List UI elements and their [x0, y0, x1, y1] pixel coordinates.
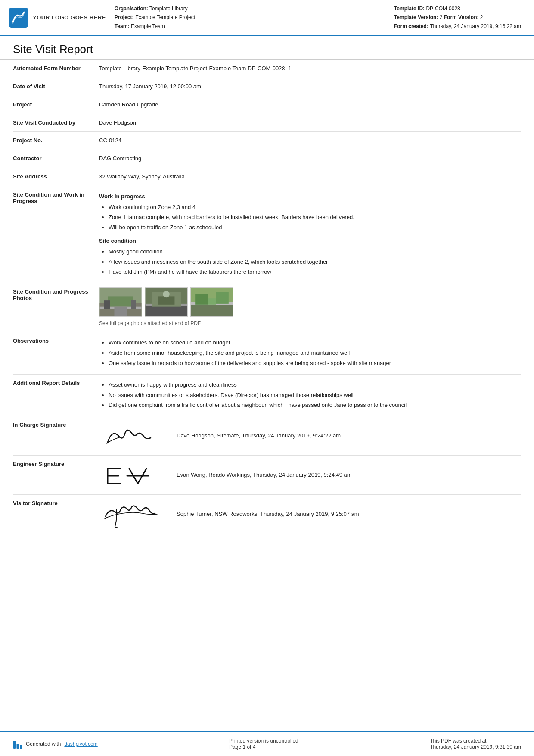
- footer-uncontrolled: Printed version is uncontrolled: [229, 738, 298, 744]
- svg-point-13: [163, 291, 170, 298]
- svg-rect-17: [195, 294, 208, 305]
- header-team: Team: Example Team: [115, 22, 385, 31]
- header-project: Project: Example Template Project: [115, 13, 385, 22]
- svg-rect-18: [216, 292, 229, 304]
- sig-text-incharge: Dave Hodgson, Sitemate, Thursday, 24 Jan…: [177, 431, 341, 440]
- value-observations: Work continues to be on schedule and on …: [99, 337, 521, 369]
- list-item: Zone 1 tarmac complete, with road barrie…: [109, 213, 521, 222]
- list-item: Asset owner is happy with progress and c…: [109, 381, 521, 390]
- row-photos: Site Condition and Progress Photos: [13, 283, 521, 332]
- svg-rect-21: [17, 744, 19, 749]
- value-photos: See full page photos attached at end of …: [99, 287, 521, 328]
- row-additional: Additional Report Details Asset owner is…: [13, 375, 521, 416]
- label-additional: Additional Report Details: [13, 379, 99, 386]
- additional-list: Asset owner is happy with progress and c…: [99, 381, 521, 410]
- svg-rect-15: [191, 304, 233, 316]
- row-observations: Observations Work continues to be on sch…: [13, 332, 521, 374]
- header: YOUR LOGO GOES HERE Organisation: Templa…: [0, 0, 534, 36]
- photo-thumb-3: [190, 287, 233, 317]
- value-additional: Asset owner is happy with progress and c…: [99, 379, 521, 412]
- row-project-no: Project No. CC-0124: [13, 132, 521, 150]
- signature-image-incharge: [99, 421, 168, 451]
- value-site-condition: Work in progress Work continuing on Zone…: [99, 191, 521, 278]
- row-site-address: Site Address 32 Wallaby Way, Sydney, Aus…: [13, 168, 521, 186]
- row-project: Project Camden Road Upgrade: [13, 96, 521, 114]
- footer-link[interactable]: dashpivot.com: [64, 741, 97, 747]
- svg-rect-0: [9, 8, 28, 28]
- title-bar: Site Visit Report: [0, 36, 534, 60]
- photo-thumb-2: [145, 287, 188, 317]
- label-sig-engineer: Engineer Signature: [13, 460, 99, 467]
- header-meta: Organisation: Template Library Project: …: [115, 4, 385, 31]
- footer-left: Generated with dashpivot.com: [13, 739, 98, 749]
- condition-items-list: Mostly good condition A few issues and m…: [99, 247, 521, 277]
- value-project: Camden Road Upgrade: [99, 100, 521, 109]
- svg-rect-3: [108, 297, 133, 307]
- page: YOUR LOGO GOES HERE Organisation: Templa…: [0, 0, 534, 756]
- row-sig-visitor: Visitor Signature Sophie Turner, NSW Roa…: [13, 495, 521, 534]
- photo-thumb-1: [99, 287, 142, 317]
- list-item: Will be open to traffic on Zone 1 as sch…: [109, 223, 521, 232]
- list-item: A few issues and messiness on the south …: [109, 258, 521, 267]
- observations-list: Work continues to be on schedule and on …: [99, 338, 521, 368]
- row-contractor: Contractor DAG Contracting: [13, 150, 521, 168]
- signature-image-engineer: [99, 460, 168, 490]
- label-photos: Site Condition and Progress Photos: [13, 287, 99, 301]
- header-right: Template ID: DP-COM-0028 Template Versio…: [394, 4, 521, 31]
- logo-icon: [9, 8, 28, 28]
- header-versions: Template Version: 2 Form Version: 2: [394, 13, 521, 22]
- footer-page: Page 1 of 4: [229, 744, 298, 750]
- svg-rect-22: [20, 745, 22, 749]
- value-contractor: DAG Contracting: [99, 154, 521, 163]
- svg-rect-19: [208, 298, 216, 305]
- row-conducted-by: Site Visit Conducted by Dave Hodgson: [13, 114, 521, 132]
- sig-text-visitor: Sophie Turner, NSW Roadworks, Thursday, …: [177, 510, 359, 519]
- signature-area-engineer: Evan Wong, Roado Workings, Thursday, 24 …: [99, 460, 521, 490]
- label-project-no: Project No.: [13, 136, 99, 144]
- svg-rect-7: [131, 300, 136, 309]
- list-item: Have told Jim (PM) and he will have the …: [109, 268, 521, 277]
- value-sig-engineer: Evan Wong, Roado Workings, Thursday, 24 …: [99, 460, 521, 490]
- list-item: Work continues to be on schedule and on …: [109, 338, 521, 347]
- label-conducted-by: Site Visit Conducted by: [13, 119, 99, 126]
- generated-text: Generated with: [26, 741, 61, 747]
- value-project-no: CC-0124: [99, 136, 521, 145]
- row-sig-engineer: Engineer Signature Evan Wong, Roado Work…: [13, 456, 521, 495]
- value-site-address: 32 Wallaby Way, Sydney, Australia: [99, 172, 521, 181]
- label-date-of-visit: Date of Visit: [13, 82, 99, 90]
- work-items-list: Work continuing on Zone 2,3 and 4 Zone 1…: [99, 203, 521, 232]
- dashpivot-logo-icon: [13, 739, 22, 749]
- sig-text-engineer: Evan Wong, Roado Workings, Thursday, 24 …: [177, 471, 352, 480]
- content-table: Automated Form Number Template Library-E…: [0, 60, 534, 731]
- label-contractor: Contractor: [13, 154, 99, 162]
- logo-text: YOUR LOGO GOES HERE: [33, 14, 106, 21]
- signature-image-visitor: [99, 499, 168, 529]
- label-project: Project: [13, 100, 99, 108]
- photos-row: [99, 287, 521, 317]
- list-item: Mostly good condition: [109, 247, 521, 256]
- site-condition-header: Site condition: [99, 237, 521, 246]
- value-date-of-visit: Thursday, 17 January 2019, 12:00:00 am: [99, 82, 521, 91]
- label-sig-visitor: Visitor Signature: [13, 499, 99, 506]
- list-item: Did get one complaint from a traffic con…: [109, 401, 521, 410]
- header-org: Organisation: Template Library: [115, 4, 385, 13]
- row-sig-incharge: In Charge Signature Dave Hodgson, Sitema…: [13, 416, 521, 456]
- footer-logo: [13, 739, 22, 749]
- value-sig-visitor: Sophie Turner, NSW Roadworks, Thursday, …: [99, 499, 521, 529]
- signature-area-visitor: Sophie Turner, NSW Roadworks, Thursday, …: [99, 499, 521, 529]
- list-item: Aside from some minor housekeeping, the …: [109, 349, 521, 358]
- footer-right: This PDF was created at Thursday, 24 Jan…: [430, 738, 521, 750]
- work-in-progress-header: Work in progress: [99, 192, 521, 201]
- list-item: No issues with communities or stakeholde…: [109, 391, 521, 400]
- footer-pdf-created: This PDF was created at: [430, 738, 521, 744]
- value-conducted-by: Dave Hodgson: [99, 119, 521, 128]
- signature-area-incharge: Dave Hodgson, Sitemate, Thursday, 24 Jan…: [99, 421, 521, 451]
- value-form-number: Template Library-Example Template Projec…: [99, 64, 521, 73]
- svg-rect-6: [104, 300, 110, 309]
- list-item: One safety issue in regards to how some …: [109, 359, 521, 368]
- label-form-number: Automated Form Number: [13, 64, 99, 72]
- header-template-id: Template ID: DP-COM-0028: [394, 4, 521, 13]
- label-site-condition: Site Condition and Work in Progress: [13, 191, 99, 204]
- footer-middle: Printed version is uncontrolled Page 1 o…: [229, 738, 298, 750]
- label-site-address: Site Address: [13, 172, 99, 180]
